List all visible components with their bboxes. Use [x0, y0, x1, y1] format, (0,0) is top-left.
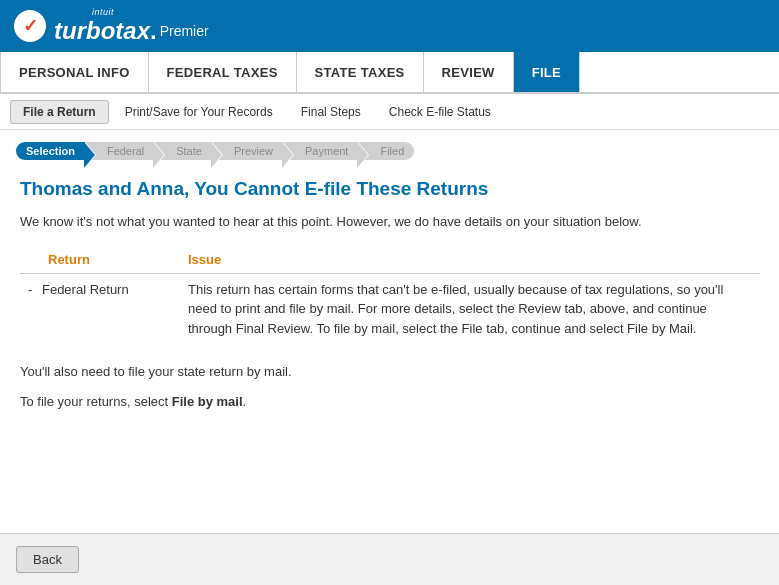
logo-wrapper: intuit turbotax . Premier: [54, 7, 209, 45]
sub-nav-check-efile[interactable]: Check E-file Status: [377, 101, 503, 123]
col-return-header: Return: [20, 248, 180, 274]
col-issue-header: Issue: [180, 248, 759, 274]
intuit-label: intuit: [92, 7, 209, 17]
back-button[interactable]: Back: [16, 546, 79, 573]
row-issue-text: This return has certain forms that can't…: [180, 273, 759, 344]
page-title: Thomas and Anna, You Cannot E-file These…: [20, 178, 759, 200]
intuit-logo-icon: ✓: [14, 10, 46, 42]
sub-nav-file-return[interactable]: File a Return: [10, 100, 109, 124]
checkmark-icon: ✓: [23, 15, 38, 37]
sub-nav-print-save[interactable]: Print/Save for Your Records: [113, 101, 285, 123]
main-content: Thomas and Anna, You Cannot E-file These…: [0, 164, 779, 431]
tab-review[interactable]: REVIEW: [424, 52, 514, 92]
tab-personal-info[interactable]: PERSONAL INFO: [0, 52, 149, 92]
step-preview[interactable]: Preview: [212, 142, 283, 160]
issue-table: Return Issue - Federal Return This retur…: [20, 248, 759, 345]
row-dash: -: [28, 282, 32, 297]
bottom-bar: Back: [0, 533, 779, 585]
footer-line2-suffix: .: [243, 394, 247, 409]
logo-dot: .: [150, 17, 157, 45]
sub-nav: File a Return Print/Save for Your Record…: [0, 94, 779, 130]
table-row: - Federal Return This return has certain…: [20, 273, 759, 344]
tab-federal-taxes[interactable]: FEDERAL TAXES: [149, 52, 297, 92]
footer-line2: To file your returns, select File by mai…: [20, 392, 759, 412]
footer-line2-prefix: To file your returns, select: [20, 394, 172, 409]
intro-text: We know it's not what you wanted to hear…: [20, 212, 759, 232]
stepper: Selection Federal State Preview Payment …: [0, 130, 779, 164]
turbotax-label: turbotax: [54, 17, 150, 45]
tab-state-taxes[interactable]: STATE TAXES: [297, 52, 424, 92]
footer-line1: You'll also need to file your state retu…: [20, 362, 759, 382]
step-payment[interactable]: Payment: [283, 142, 358, 160]
sub-nav-final-steps[interactable]: Final Steps: [289, 101, 373, 123]
nav-tabs: PERSONAL INFO FEDERAL TAXES STATE TAXES …: [0, 52, 779, 94]
header: ✓ intuit turbotax . Premier: [0, 0, 779, 52]
footer-line2-bold: File by mail: [172, 394, 243, 409]
tab-file[interactable]: FILE: [514, 52, 580, 92]
step-selection[interactable]: Selection: [16, 142, 85, 160]
step-federal[interactable]: Federal: [85, 142, 154, 160]
tab-spacer: [580, 52, 779, 92]
row-return-name: Federal Return: [42, 282, 129, 297]
premier-label: Premier: [160, 23, 209, 39]
turbotax-row: turbotax . Premier: [54, 17, 209, 45]
